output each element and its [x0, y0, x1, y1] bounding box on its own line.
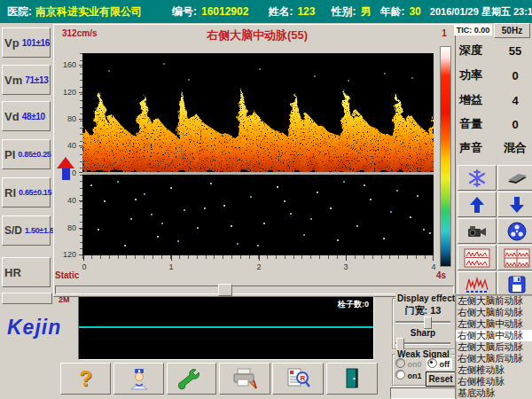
single-trace-view-icon [464, 248, 490, 268]
param-row-vp: Vp 101±16 [2, 27, 51, 58]
sidebar-spacer-panel [2, 293, 52, 304]
power-label: 功率 [459, 67, 482, 83]
spectrum-mode-button[interactable] [458, 271, 497, 297]
vp-label: Vp [4, 36, 20, 50]
save-button[interactable] [497, 271, 532, 297]
camera-icon [465, 222, 489, 241]
param-row-ri: RI 0.65±0.15 [2, 177, 51, 207]
brand-logo: Kejin [7, 316, 61, 340]
weak-signal-on1-option[interactable]: on1 [395, 370, 422, 380]
artery-item-7[interactable]: 右侧椎动脉 [456, 376, 532, 387]
param-row-sd: S/D 1.50±1.50 [2, 215, 51, 246]
vm-value: 71±13 [25, 75, 48, 85]
param-row-hr: HR [2, 257, 51, 287]
sd-label: S/D [4, 224, 22, 237]
report-button[interactable]: R [272, 363, 324, 395]
power-row: 功率 0 [459, 67, 530, 83]
exit-button[interactable] [326, 363, 378, 395]
velocity-scale-label: 312cm/s [62, 28, 97, 38]
baseline-down-button[interactable] [497, 192, 532, 217]
off-label: off [440, 360, 450, 369]
artery-item-3-selected[interactable]: 右侧大脑中动脉 [456, 330, 532, 341]
mmode-display[interactable]: 栓子数:0 [78, 296, 374, 360]
intensity-colorbar [440, 46, 451, 267]
mmode-depth-line [79, 326, 373, 328]
sharp-slider-thumb[interactable] [396, 338, 404, 350]
sound-label: 声音 [459, 140, 482, 156]
svg-text:R: R [301, 374, 306, 382]
y-tick-120: 120 [55, 88, 76, 97]
tcd-application-window: 医院: 南京科进实业有限公司 编号: 16012902 姓名: 123 性别: … [0, 0, 532, 399]
doppler-spectrum-display[interactable] [82, 53, 434, 172]
patient-header-bar: 医院: 南京科进实业有限公司 编号: 16012902 姓名: 123 性别: … [0, 0, 532, 23]
param-row-pi: PI 0.85±0.25 [2, 139, 51, 169]
hospital-label: 医院: [7, 4, 32, 20]
arrow-stem-icon [62, 168, 70, 180]
time-scrollbar-thumb[interactable] [218, 284, 232, 296]
film-reel-icon [506, 221, 528, 242]
weak-signal-on0-option[interactable]: on0 [395, 358, 422, 369]
wrench-icon [178, 367, 205, 390]
static-status-label: Static [55, 270, 79, 280]
hospital-value: 南京科进实业有限公司 [35, 4, 142, 20]
print-button[interactable] [219, 363, 270, 395]
radio-icon [395, 370, 405, 379]
y-tick-neg80: 80 [55, 223, 76, 232]
sound-value: 混合 [500, 140, 530, 156]
artery-item-8[interactable]: 基底动脉 [456, 387, 532, 399]
param-row-vm: Vm 71±13 [2, 65, 51, 95]
x-major-tick [83, 255, 84, 261]
single-trace-view-button[interactable] [458, 245, 497, 270]
x-tick-1: 1 [165, 262, 177, 271]
y-tick-40: 40 [55, 141, 76, 150]
record-button[interactable] [458, 218, 497, 244]
x-major-tick [346, 255, 347, 261]
down-arrow-icon [506, 195, 528, 215]
help-button[interactable]: ? [60, 363, 111, 395]
baseline-up-button[interactable] [458, 192, 497, 217]
replay-button[interactable] [497, 218, 532, 244]
age-label: 年龄: [379, 4, 404, 20]
gate-width-slider-thumb[interactable] [424, 317, 432, 329]
volume-label: 音量 [459, 116, 482, 132]
gate-width-slider-track[interactable] [395, 321, 450, 324]
sound-row: 声音 混合 [459, 140, 530, 156]
arrow-up-icon [57, 157, 74, 168]
quad-trace-view-button[interactable] [497, 245, 532, 270]
artery-item-6[interactable]: 左侧椎动脉 [456, 364, 532, 376]
envelope-tool-button[interactable] [497, 165, 532, 191]
probe-frequency-label: 2M [59, 295, 70, 304]
artery-item-5[interactable]: 右侧大脑后动脉 [456, 353, 532, 364]
filter-frequency-button[interactable]: 50Hz [494, 23, 530, 38]
freeze-button[interactable] [458, 165, 497, 191]
display-effect-title: Display effect [395, 293, 457, 303]
reset-button[interactable]: Reset [426, 372, 456, 387]
floppy-disk-icon [507, 275, 527, 294]
patient-info-button[interactable] [113, 363, 164, 395]
artery-item-2[interactable]: 左侧大脑中动脉 [456, 318, 532, 330]
artery-item-1[interactable]: 右侧大脑前动脉 [456, 307, 532, 318]
reverse-channel-display[interactable] [82, 175, 434, 255]
tic-indicator: TIC: 0.00 [454, 24, 492, 35]
question-mark-icon: ? [79, 366, 92, 391]
pi-label: PI [4, 148, 15, 161]
artery-item-0[interactable]: 左侧大脑前动脉 [456, 295, 532, 307]
weak-signal-off-option[interactable]: off [426, 358, 452, 370]
artery-list[interactable]: 左侧大脑前动脉 右侧大脑前动脉 左侧大脑中动脉 右侧大脑中动脉 左侧大脑后动脉 … [455, 294, 532, 399]
sweep-duration-label: 4s [436, 270, 446, 280]
time-scrollbar-track[interactable] [55, 286, 454, 294]
x-tick-3: 3 [340, 262, 352, 271]
artery-item-4[interactable]: 左侧大脑后动脉 [456, 341, 532, 353]
emboli-count-label: 栓子数:0 [338, 299, 369, 310]
spectrum-mode-icon [465, 275, 489, 294]
gate-width-row: 门宽: 13 [395, 304, 450, 317]
baseline-marker-arrow[interactable] [56, 157, 75, 184]
on1-label: on1 [408, 372, 422, 380]
y-tick-neg120: 120 [55, 250, 76, 259]
gender-value: 男 [360, 4, 371, 20]
x-tick-0: 0 [78, 262, 90, 271]
settings-button[interactable] [167, 363, 216, 395]
vessel-title: 右侧大脑中动脉(55) [98, 27, 417, 43]
patient-id-value: 16012902 [201, 5, 248, 18]
vd-label: Vd [4, 110, 20, 123]
